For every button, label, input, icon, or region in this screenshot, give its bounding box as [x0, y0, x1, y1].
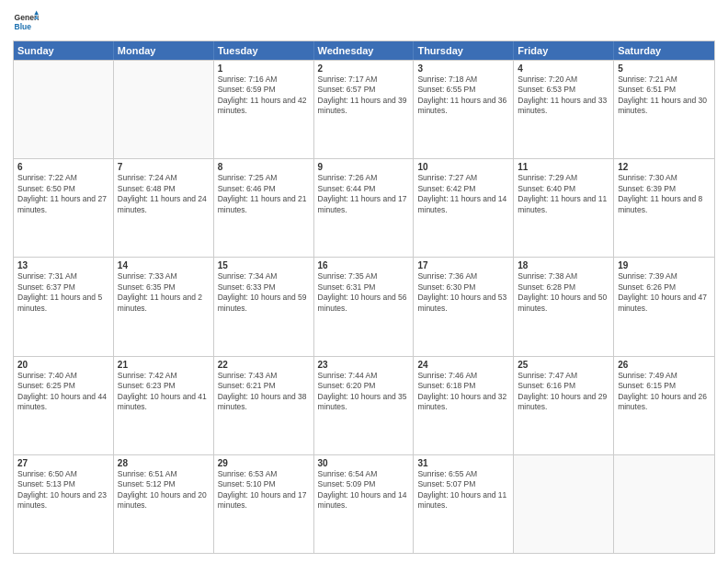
calendar-cell: 6Sunrise: 7:22 AM Sunset: 6:50 PM Daylig…: [14, 159, 114, 257]
cell-day-number: 1: [218, 63, 310, 74]
cell-info: Sunrise: 7:27 AM Sunset: 6:42 PM Dayligh…: [417, 173, 509, 215]
cell-day-number: 2: [318, 63, 410, 74]
calendar-cell: 12Sunrise: 7:30 AM Sunset: 6:39 PM Dayli…: [614, 159, 714, 257]
calendar-row-4: 27Sunrise: 6:50 AM Sunset: 5:13 PM Dayli…: [14, 454, 714, 553]
calendar-cell: [14, 61, 114, 158]
cell-info: Sunrise: 7:46 AM Sunset: 6:18 PM Dayligh…: [417, 371, 509, 413]
cell-info: Sunrise: 7:36 AM Sunset: 6:30 PM Dayligh…: [417, 271, 509, 314]
cell-info: Sunrise: 7:38 AM Sunset: 6:28 PM Dayligh…: [518, 271, 609, 314]
calendar-cell: 9Sunrise: 7:26 AM Sunset: 6:44 PM Daylig…: [314, 159, 415, 257]
calendar-cell: 10Sunrise: 7:27 AM Sunset: 6:42 PM Dayli…: [414, 159, 514, 257]
calendar-row-3: 20Sunrise: 7:40 AM Sunset: 6:25 PM Dayli…: [14, 356, 714, 454]
cell-info: Sunrise: 7:31 AM Sunset: 6:37 PM Dayligh…: [17, 271, 109, 314]
calendar-cell: 15Sunrise: 7:34 AM Sunset: 6:33 PM Dayli…: [214, 258, 314, 355]
cell-day-number: 16: [318, 260, 410, 270]
cell-info: Sunrise: 6:53 AM Sunset: 5:10 PM Dayligh…: [218, 469, 310, 511]
cell-day-number: 3: [417, 63, 509, 74]
calendar-cell: 26Sunrise: 7:49 AM Sunset: 6:15 PM Dayli…: [614, 357, 714, 454]
cell-info: Sunrise: 6:50 AM Sunset: 5:13 PM Dayligh…: [17, 469, 109, 511]
calendar-cell: 20Sunrise: 7:40 AM Sunset: 6:25 PM Dayli…: [14, 357, 114, 454]
cell-day-number: 23: [318, 360, 410, 370]
cell-day-number: 20: [17, 360, 109, 370]
cell-day-number: 29: [218, 458, 310, 468]
cell-info: Sunrise: 7:42 AM Sunset: 6:23 PM Dayligh…: [118, 371, 210, 413]
cell-day-number: 30: [318, 458, 410, 468]
calendar-header: SundayMondayTuesdayWednesdayThursdayFrid…: [14, 41, 714, 60]
calendar-cell: 24Sunrise: 7:46 AM Sunset: 6:18 PM Dayli…: [414, 357, 514, 454]
cell-day-number: 28: [118, 458, 210, 468]
cell-day-number: 4: [518, 63, 609, 74]
cell-info: Sunrise: 7:47 AM Sunset: 6:16 PM Dayligh…: [518, 371, 609, 413]
cell-info: Sunrise: 7:40 AM Sunset: 6:25 PM Dayligh…: [17, 371, 109, 413]
calendar-cell: 17Sunrise: 7:36 AM Sunset: 6:30 PM Dayli…: [414, 258, 514, 355]
cell-day-number: 5: [618, 63, 711, 74]
cell-day-number: 22: [218, 360, 310, 370]
calendar-row-1: 6Sunrise: 7:22 AM Sunset: 6:50 PM Daylig…: [14, 158, 714, 257]
cell-info: Sunrise: 7:24 AM Sunset: 6:48 PM Dayligh…: [118, 173, 210, 215]
calendar-cell: 21Sunrise: 7:42 AM Sunset: 6:23 PM Dayli…: [114, 357, 214, 454]
calendar-cell: 19Sunrise: 7:39 AM Sunset: 6:26 PM Dayli…: [614, 258, 714, 355]
calendar-cell: 3Sunrise: 7:18 AM Sunset: 6:55 PM Daylig…: [414, 61, 514, 158]
calendar-row-0: 1Sunrise: 7:16 AM Sunset: 6:59 PM Daylig…: [14, 60, 714, 158]
calendar-cell: [514, 455, 614, 553]
cell-day-number: 15: [218, 260, 310, 270]
calendar-cell: 14Sunrise: 7:33 AM Sunset: 6:35 PM Dayli…: [114, 258, 214, 355]
cell-info: Sunrise: 7:20 AM Sunset: 6:53 PM Dayligh…: [518, 75, 609, 117]
cell-info: Sunrise: 7:49 AM Sunset: 6:15 PM Dayligh…: [618, 371, 711, 413]
calendar-cell: 28Sunrise: 6:51 AM Sunset: 5:12 PM Dayli…: [114, 455, 214, 553]
cell-info: Sunrise: 7:22 AM Sunset: 6:50 PM Dayligh…: [17, 173, 109, 215]
weekday-header-tuesday: Tuesday: [214, 41, 314, 60]
calendar-row-2: 13Sunrise: 7:31 AM Sunset: 6:37 PM Dayli…: [14, 257, 714, 355]
calendar-cell: 1Sunrise: 7:16 AM Sunset: 6:59 PM Daylig…: [214, 61, 314, 158]
calendar-cell: 22Sunrise: 7:43 AM Sunset: 6:21 PM Dayli…: [214, 357, 314, 454]
weekday-header-monday: Monday: [114, 41, 214, 60]
cell-day-number: 8: [218, 162, 310, 172]
cell-info: Sunrise: 6:55 AM Sunset: 5:07 PM Dayligh…: [417, 469, 509, 511]
cell-info: Sunrise: 7:30 AM Sunset: 6:39 PM Dayligh…: [618, 173, 711, 215]
calendar: SundayMondayTuesdayWednesdayThursdayFrid…: [13, 40, 715, 554]
cell-info: Sunrise: 7:33 AM Sunset: 6:35 PM Dayligh…: [118, 271, 210, 314]
cell-day-number: 7: [118, 162, 210, 172]
weekday-header-friday: Friday: [514, 41, 614, 60]
calendar-cell: 29Sunrise: 6:53 AM Sunset: 5:10 PM Dayli…: [214, 455, 314, 553]
calendar-cell: [114, 61, 214, 158]
cell-day-number: 27: [17, 458, 109, 468]
cell-day-number: 19: [618, 260, 711, 270]
cell-info: Sunrise: 7:21 AM Sunset: 6:51 PM Dayligh…: [618, 75, 711, 117]
logo: General Blue: [13, 9, 39, 35]
cell-day-number: 17: [417, 260, 509, 270]
cell-info: Sunrise: 7:43 AM Sunset: 6:21 PM Dayligh…: [218, 371, 310, 413]
cell-day-number: 12: [618, 162, 711, 172]
calendar-cell: 5Sunrise: 7:21 AM Sunset: 6:51 PM Daylig…: [614, 61, 714, 158]
calendar-cell: 16Sunrise: 7:35 AM Sunset: 6:31 PM Dayli…: [314, 258, 415, 355]
cell-day-number: 10: [417, 162, 509, 172]
cell-day-number: 9: [318, 162, 410, 172]
cell-info: Sunrise: 7:34 AM Sunset: 6:33 PM Dayligh…: [218, 271, 310, 314]
cell-info: Sunrise: 7:26 AM Sunset: 6:44 PM Dayligh…: [318, 173, 410, 215]
cell-day-number: 6: [17, 162, 109, 172]
cell-info: Sunrise: 7:16 AM Sunset: 6:59 PM Dayligh…: [218, 75, 310, 117]
calendar-cell: 30Sunrise: 6:54 AM Sunset: 5:09 PM Dayli…: [314, 455, 415, 553]
cell-day-number: 11: [518, 162, 609, 172]
cell-day-number: 26: [618, 360, 711, 370]
calendar-cell: 13Sunrise: 7:31 AM Sunset: 6:37 PM Dayli…: [14, 258, 114, 355]
page-header: General Blue: [13, 9, 715, 35]
cell-day-number: 31: [417, 458, 509, 468]
logo-icon: General Blue: [13, 9, 39, 35]
cell-info: Sunrise: 7:44 AM Sunset: 6:20 PM Dayligh…: [318, 371, 410, 413]
cell-info: Sunrise: 6:51 AM Sunset: 5:12 PM Dayligh…: [118, 469, 210, 511]
svg-text:Blue: Blue: [15, 22, 32, 31]
calendar-cell: 8Sunrise: 7:25 AM Sunset: 6:46 PM Daylig…: [214, 159, 314, 257]
cell-day-number: 18: [518, 260, 609, 270]
weekday-header-thursday: Thursday: [414, 41, 514, 60]
calendar-cell: 11Sunrise: 7:29 AM Sunset: 6:40 PM Dayli…: [514, 159, 614, 257]
calendar-cell: 2Sunrise: 7:17 AM Sunset: 6:57 PM Daylig…: [314, 61, 415, 158]
cell-info: Sunrise: 7:17 AM Sunset: 6:57 PM Dayligh…: [318, 75, 410, 117]
cell-day-number: 24: [417, 360, 509, 370]
calendar-cell: [614, 455, 714, 553]
cell-day-number: 25: [518, 360, 609, 370]
calendar-body: 1Sunrise: 7:16 AM Sunset: 6:59 PM Daylig…: [14, 60, 714, 553]
calendar-cell: 23Sunrise: 7:44 AM Sunset: 6:20 PM Dayli…: [314, 357, 415, 454]
calendar-cell: 31Sunrise: 6:55 AM Sunset: 5:07 PM Dayli…: [414, 455, 514, 553]
cell-day-number: 14: [118, 260, 210, 270]
